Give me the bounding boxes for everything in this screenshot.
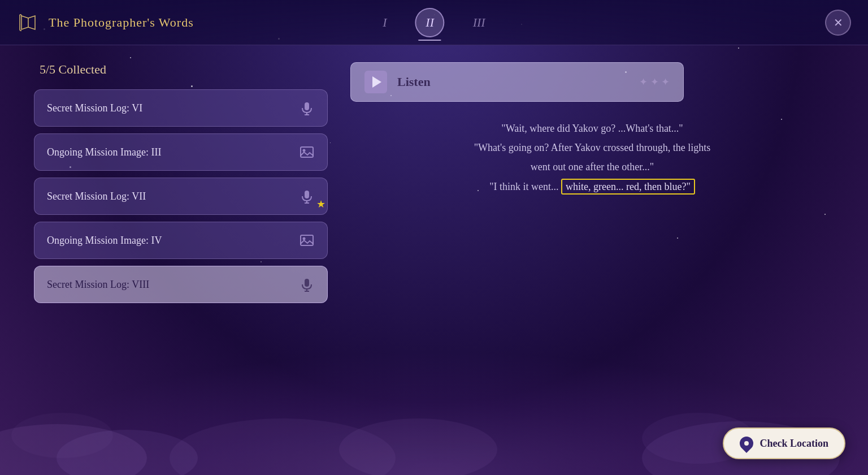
listen-button[interactable]: Listen ✦ ✦ ✦ (350, 62, 684, 102)
collected-count: 5/5 Collected (34, 62, 328, 77)
mission-item-1[interactable]: Secret Mission Log: VI (34, 89, 328, 127)
book-icon (17, 11, 40, 34)
transcript-line-3: went out one after the other..." (362, 157, 823, 176)
mission-name-1: Secret Mission Log: VI (47, 102, 142, 114)
mission-name-2: Ongoing Mission Image: III (47, 146, 161, 158)
check-location-button[interactable]: Check Location (723, 428, 846, 459)
mission-name-5: Secret Mission Log: VIII (47, 279, 149, 291)
transcript-line-1: "Wait, where did Yakov go? ...What's tha… (362, 119, 823, 138)
cursor-star-decoration: ★ (316, 198, 326, 210)
page-title: The Photographer's Words (49, 15, 194, 30)
tabs-container: I II III (383, 8, 485, 37)
svg-rect-10 (305, 279, 309, 287)
image-icon-1 (299, 144, 315, 160)
mic-icon-3 (299, 277, 315, 292)
transcript-line-2: "What's going on? After Yakov crossed th… (362, 138, 823, 157)
tab-II[interactable]: II (415, 8, 445, 37)
main-content: 5/5 Collected Secret Mission Log: VI Ong… (0, 51, 868, 475)
mission-item-4[interactable]: Ongoing Mission Image: IV (34, 222, 328, 259)
image-icon-2 (299, 232, 315, 248)
svg-rect-3 (301, 147, 313, 157)
right-panel: Listen ✦ ✦ ✦ "Wait, where did Yakov go? … (350, 62, 834, 464)
play-triangle-icon (372, 76, 381, 88)
play-button[interactable] (364, 71, 387, 93)
transcript-line4-prefix: "I think it went... (489, 181, 561, 192)
close-button[interactable]: ✕ (825, 10, 851, 36)
mission-name-3: Secret Mission Log: VII (47, 191, 146, 202)
svg-rect-8 (301, 235, 313, 245)
svg-rect-5 (305, 191, 309, 198)
check-location-label: Check Location (760, 438, 829, 450)
left-panel: 5/5 Collected Secret Mission Log: VI Ong… (34, 62, 328, 464)
mic-icon-2 (299, 188, 315, 204)
mission-item-2[interactable]: Ongoing Mission Image: III (34, 133, 328, 171)
location-pin-inner (744, 441, 749, 446)
tab-I[interactable]: I (383, 15, 387, 30)
listen-label: Listen (397, 75, 629, 89)
header-left: The Photographer's Words (17, 11, 194, 34)
tab-III[interactable]: III (473, 15, 485, 30)
mission-name-4: Ongoing Mission Image: IV (47, 235, 162, 247)
listen-decoration: ✦ ✦ ✦ (639, 76, 670, 88)
location-pin-icon (737, 434, 756, 453)
mission-item-5[interactable]: Secret Mission Log: VIII (34, 266, 328, 303)
mic-icon-1 (299, 100, 315, 116)
transcript-line-4: "I think it went... white, green... red,… (362, 177, 823, 196)
header: The Photographer's Words I II III ✕ (0, 0, 868, 45)
svg-rect-0 (305, 102, 309, 110)
transcript-highlight: white, green... red, then blue?" (561, 179, 695, 195)
mission-list: Secret Mission Log: VI Ongoing Mission I… (34, 89, 328, 303)
mission-item-3[interactable]: Secret Mission Log: VII (34, 178, 328, 215)
transcript-text: "Wait, where did Yakov go? ...What's tha… (350, 113, 834, 202)
